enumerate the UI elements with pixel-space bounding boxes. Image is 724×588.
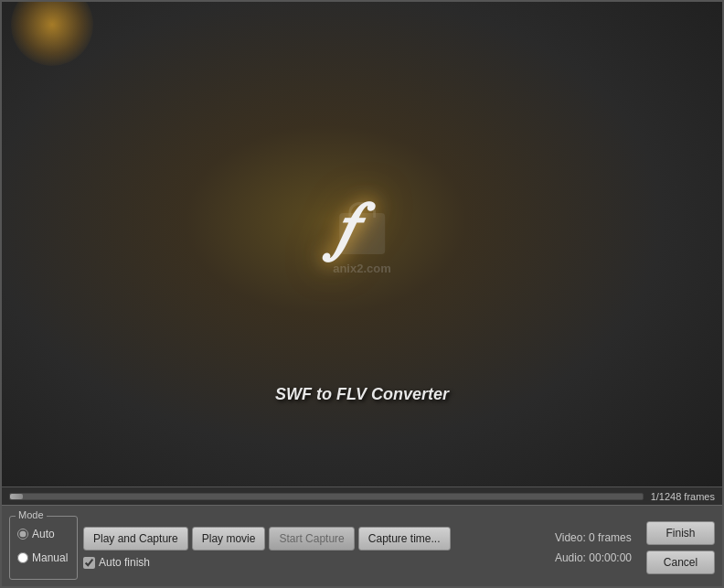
progress-area: 1/1248 frames <box>2 486 722 505</box>
progress-bar-container[interactable] <box>9 493 644 500</box>
play-and-capture-button[interactable]: Play and Capture <box>83 527 188 551</box>
finish-button[interactable]: Finish <box>646 521 715 545</box>
controls-area: Mode Auto Manual Play and Capture Play m… <box>2 505 722 588</box>
start-capture-button[interactable]: Start Capture <box>269 527 354 551</box>
cancel-button[interactable]: Cancel <box>646 551 715 574</box>
auto-finish-label: Auto finish <box>99 556 150 569</box>
progress-bar-fill <box>10 494 23 499</box>
mode-legend: Mode <box>16 509 47 520</box>
video-frames-info: Video: 0 frames <box>555 531 632 544</box>
mode-group: Mode Auto Manual <box>9 516 78 580</box>
action-buttons: Finish Cancel <box>646 521 715 574</box>
app-title: SWF to FLV Converter <box>275 385 449 404</box>
mode-manual-label: Manual <box>32 551 68 564</box>
video-preview: 𝑓 anix2.com SWF to FLV Converter <box>2 2 722 486</box>
play-movie-button[interactable]: Play movie <box>192 527 266 551</box>
mode-auto-radio[interactable] <box>17 529 28 540</box>
mode-manual-option[interactable]: Manual <box>17 551 69 564</box>
center-buttons: Play and Capture Play movie Start Captur… <box>83 527 451 569</box>
frames-counter: 1/1248 frames <box>651 491 715 502</box>
flash-f-icon: 𝑓 <box>335 189 353 265</box>
top-buttons-row: Play and Capture Play movie Start Captur… <box>83 527 451 551</box>
mode-manual-radio[interactable] <box>17 552 28 563</box>
mode-auto-label: Auto <box>32 528 55 540</box>
auto-finish-row[interactable]: Auto finish <box>83 556 150 569</box>
flash-glow <box>11 0 93 66</box>
auto-finish-section: Auto finish <box>83 556 150 569</box>
capture-time-button[interactable]: Capture time... <box>358 527 451 551</box>
audio-time-info: Audio: 00:00:00 <box>555 551 632 564</box>
mode-auto-option[interactable]: Auto <box>17 528 69 540</box>
auto-finish-checkbox[interactable] <box>83 557 95 569</box>
info-text: Video: 0 frames Audio: 00:00:00 <box>555 531 632 564</box>
right-section: Video: 0 frames Audio: 00:00:00 Finish C… <box>555 521 715 574</box>
